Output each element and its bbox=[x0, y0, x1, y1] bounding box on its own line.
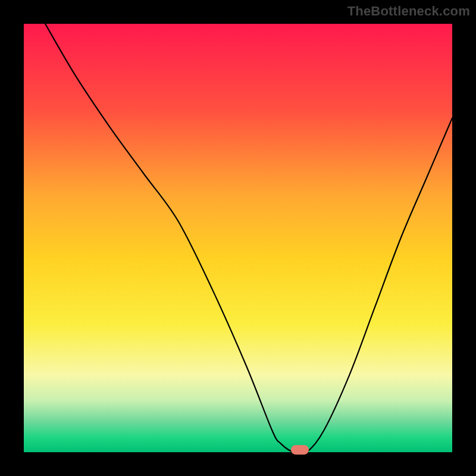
chart-background bbox=[24, 24, 452, 452]
optimal-marker bbox=[291, 445, 309, 455]
plot-area bbox=[24, 24, 452, 452]
watermark-text: TheBottleneck.com bbox=[347, 4, 470, 19]
chart-frame: TheBottleneck.com bbox=[0, 0, 476, 476]
chart-svg bbox=[24, 24, 452, 452]
